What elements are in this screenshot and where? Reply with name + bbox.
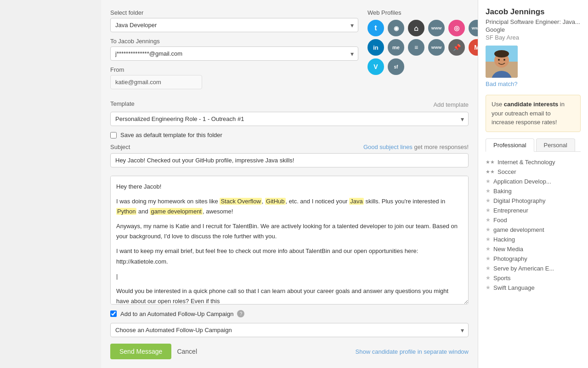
star-icon: ★ [486,197,491,204]
about-me-icon[interactable]: me [388,39,404,56]
tab-professional[interactable]: Professional [486,138,534,152]
star-icon: ★ [486,226,491,233]
list-item: ★ Sports [486,273,581,283]
interests-banner: Use candidate interests in your outreach… [486,95,581,132]
star-icon: ★ [486,246,491,252]
automated-campaign-label: Add to an Automated Follow-Up Campaign [120,310,233,317]
dribbble-icon[interactable]: ◎ [448,20,465,36]
tab-personal[interactable]: Personal [536,138,575,151]
star-icon: ★ [486,236,491,242]
campaign-select[interactable]: Choose an Automated Follow-Up Campaign [110,323,469,337]
star-icon: ★ [486,178,491,184]
select-folder-label: Select folder [110,9,358,16]
bad-match-link[interactable]: Bad match? [486,80,581,87]
candidate-company: Google [486,26,581,33]
candidate-title: Principal Software Engineer: Java... [486,18,581,25]
star-icon: ★ [486,265,491,271]
interests-scroll: ★★ Internet & Technology ★★ Soccer ★ App… [486,157,581,293]
interests-highlight: candidate interests [504,101,559,108]
github-icon[interactable]: ⌂ [408,20,424,36]
body-paragraph4: Would you be interested in a quick phone… [116,286,463,305]
candidate-photo [486,46,518,78]
list-item: ★ Serve by American E... [486,264,581,273]
body-greeting: Hey there Jacob! [116,182,463,192]
help-icon[interactable]: ? [237,310,244,317]
vimeo-icon[interactable]: V [368,58,384,75]
github-highlight: GitHub [265,198,285,205]
double-star-icon: ★★ [486,169,495,175]
list-item: ★ Baking [486,186,581,196]
from-label: From [110,66,202,73]
email-body[interactable]: Hey there Jacob! I was doing my homework… [110,176,469,305]
list-item: ★★ Internet & Technology [486,157,581,167]
list-item: ★ New Media [486,244,581,254]
pin-icon[interactable]: 📌 [448,39,465,56]
save-default-label: Save as default template for this folder [120,132,222,138]
to-label: To Jacob Jennings [110,38,358,45]
star-icon: ★ [486,217,491,223]
subject-input[interactable] [110,153,469,167]
send-button[interactable]: Send Message [110,344,171,359]
list-item: ★ Photography [486,254,581,264]
cancel-button[interactable]: Cancel [177,348,197,355]
sourceforge-icon[interactable]: sf [388,58,404,75]
list-item: ★★ Soccer [486,167,581,177]
linkedin-icon[interactable]: in [368,39,384,56]
star-icon: ★ [486,284,491,291]
website1-icon[interactable]: WWW [428,20,445,36]
portfolio-icon[interactable]: ◉ [388,20,404,36]
list-item: ★ Swift Language [486,283,581,293]
template-label: Template [110,100,135,107]
profile-icons-grid: t ◉ ⌂ WWW ◎ WWW in me ≡ [368,20,469,75]
interests-tabs: Professional Personal [486,138,581,152]
web-profiles-label: Web Profiles [368,9,469,16]
good-subject-link[interactable]: Good subject lines [363,144,413,150]
svg-point-5 [498,59,500,61]
star-icon: ★ [486,188,491,194]
star-icon: ★ [486,207,491,213]
from-value: katie@gmail.com [110,75,202,89]
email-select[interactable]: j**************@gmail.com [110,46,358,61]
subject-hint: get more responses! [413,144,469,150]
list-item: ★ Hacking [486,235,581,244]
body-cursor-line: | [116,271,463,282]
list-item: ★ Food [486,215,581,225]
add-template-link[interactable]: Add template [433,101,469,108]
python-highlight: Python [116,208,136,215]
double-star-icon: ★★ [486,159,495,165]
save-default-checkbox[interactable] [110,132,117,138]
list-item: ★ Application Develop... [486,177,581,186]
candidate-location: SF Bay Area [486,34,581,41]
template-select[interactable]: Personalized Engineering Role - 1 - Outr… [110,112,469,126]
star-icon: ★ [486,255,491,262]
game-dev-highlight: game development [150,208,203,215]
candidate-name: Jacob Jennings [486,7,581,17]
svg-point-4 [494,50,509,58]
stack-overflow-highlight: Stack Overflow [220,198,261,205]
candidate-photo-svg [486,46,518,78]
body-paragraph2: Anyways, my name is Katie and I recruit … [116,221,463,242]
list-item: ★ game development [486,225,581,235]
interests-list: ★★ Internet & Technology ★★ Soccer ★ App… [486,157,581,293]
automated-campaign-checkbox[interactable] [110,310,117,317]
body-paragraph3: I want to keep my email brief, but feel … [116,246,463,266]
subject-label: Subject [110,144,130,150]
show-profile-link[interactable]: Show candidate profile in separate windo… [356,348,469,355]
subject-hint-row: Good subject lines get more responses! [363,143,469,150]
twitter-icon[interactable]: t [368,20,384,36]
website3-icon[interactable]: WWW [428,39,445,56]
body-paragraph1: I was doing my homework on sites like St… [116,196,463,217]
list-item: ★ Entrepreneur [486,206,581,215]
news-icon[interactable]: ≡ [408,39,424,56]
list-item: ★ Digital Photography [486,196,581,206]
star-icon: ★ [486,275,491,281]
svg-point-6 [503,59,505,61]
java-highlight: Java [349,198,363,205]
folder-select[interactable]: Java Developer [110,18,358,32]
